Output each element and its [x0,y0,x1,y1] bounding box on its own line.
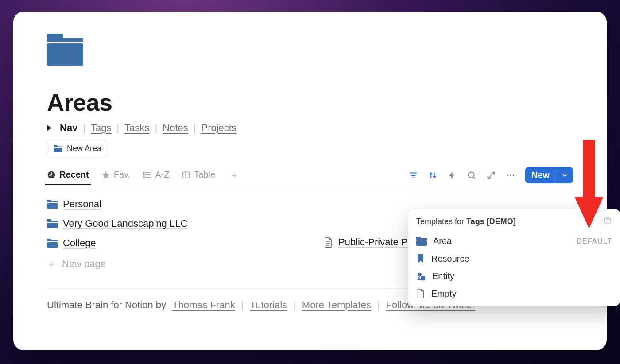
view-tab-table[interactable]: Table [182,170,215,180]
filter-icon[interactable] [408,170,418,180]
nav-link-notes[interactable]: Notes [163,122,188,134]
view-tab-az[interactable]: A-Z [143,170,169,180]
template-option-label: Area [433,236,452,246]
view-tab-label: Table [194,170,215,180]
list-item-label: College [63,237,96,249]
svg-line-17 [473,177,475,178]
template-option-label: Entity [432,271,454,281]
view-tab-label: Recent [59,170,89,180]
nav-link-tasks[interactable]: Tasks [124,122,149,134]
view-tab-recent[interactable]: Recent [47,170,89,180]
svg-point-11 [143,174,144,175]
search-icon[interactable] [467,170,477,180]
page-icon [416,288,425,299]
clock-icon [47,170,56,179]
svg-rect-26 [47,223,58,228]
list-item[interactable]: Personal [47,194,297,214]
more-icon[interactable] [506,170,515,180]
popover-title-prefix: Templates for [416,217,464,226]
svg-rect-1 [47,34,63,39]
new-button-dropdown[interactable] [556,167,573,183]
footer-link-tutorials[interactable]: Tutorials [250,299,287,311]
svg-rect-4 [54,145,57,147]
chevron-down-icon [562,172,568,178]
nav-row: Nav | Tags | Tasks | Notes | Projects [47,122,573,134]
list-item[interactable]: Very Good Landscaping LLC [47,214,297,233]
svg-point-38 [418,272,422,276]
template-option-label: Empty [431,289,457,299]
folder-icon [416,237,427,246]
svg-point-10 [143,172,144,173]
templates-popover: Templates for Tags [DEMO] Area DEFAULT R… [408,209,620,306]
svg-rect-25 [47,219,51,221]
page-folder-icon [47,34,573,66]
list-item-label: Public-Private Part [338,236,419,248]
add-view-button[interactable]: ＋ [229,168,239,182]
new-page-button[interactable]: ＋ New page [47,253,297,275]
template-option-area[interactable]: Area DEFAULT [408,232,620,250]
popover-title-bold: Tags [DEMO] [466,217,516,226]
footer-author-link[interactable]: Thomas Frank [172,299,235,311]
svg-rect-23 [47,203,58,209]
template-option-resource[interactable]: Resource [408,250,620,267]
help-icon[interactable] [603,216,612,227]
template-option-label: Resource [431,254,469,264]
new-area-button[interactable]: New Area [47,140,108,157]
new-button[interactable]: New [525,167,573,183]
template-option-entity[interactable]: Entity [408,267,620,285]
popover-title: Templates for Tags [DEMO] [416,217,516,226]
list-item[interactable]: College [47,233,297,253]
sort-icon[interactable] [428,170,438,180]
footer-link-more-templates[interactable]: More Templates [302,299,371,311]
triangle-right-icon[interactable] [47,125,52,131]
svg-point-19 [510,174,512,176]
bookmark-icon [416,253,425,264]
svg-rect-36 [416,237,421,239]
svg-rect-5 [54,148,62,152]
views-row: Recent Fav. A-Z [47,167,573,187]
new-area-label: New Area [67,144,101,153]
app-window: Areas Nav | Tags | Tasks | Notes | Proje… [13,12,607,350]
page-icon [323,236,333,248]
plus-icon: ＋ [47,257,57,271]
list-item-label: Personal [63,198,101,210]
new-button-label: New [525,167,556,183]
default-badge: DEFAULT [577,237,612,245]
folder-icon [47,239,58,248]
view-tab-label: Fav. [114,170,130,180]
svg-rect-37 [416,240,427,246]
svg-rect-22 [47,200,51,201]
entity-icon [416,271,426,281]
new-page-label: New page [62,258,106,270]
page-title: Areas [47,89,573,116]
nav-link-projects[interactable]: Projects [201,122,236,134]
svg-point-34 [607,222,608,223]
footer-prefix: Ultimate Brain for Notion by [47,299,166,311]
svg-point-20 [512,174,514,176]
svg-rect-28 [47,239,51,240]
template-option-empty[interactable]: Empty [408,285,620,302]
list-item-label: Very Good Landscaping LLC [63,218,187,229]
list-icon [143,170,151,179]
folder-icon [47,200,58,209]
view-tab-fav[interactable]: Fav. [101,170,130,180]
folder-icon [54,145,62,152]
nav-active[interactable]: Nav [60,122,78,134]
svg-point-18 [507,174,509,176]
svg-rect-29 [47,242,58,248]
svg-rect-2 [47,43,83,66]
svg-rect-39 [421,276,425,280]
nav-link-tags[interactable]: Tags [91,122,111,134]
automation-icon[interactable] [447,170,457,180]
star-icon [101,170,110,179]
folder-icon [47,219,58,228]
expand-icon[interactable] [486,170,496,180]
table-icon [182,170,190,179]
svg-point-12 [143,176,144,177]
view-tab-label: A-Z [155,170,169,180]
